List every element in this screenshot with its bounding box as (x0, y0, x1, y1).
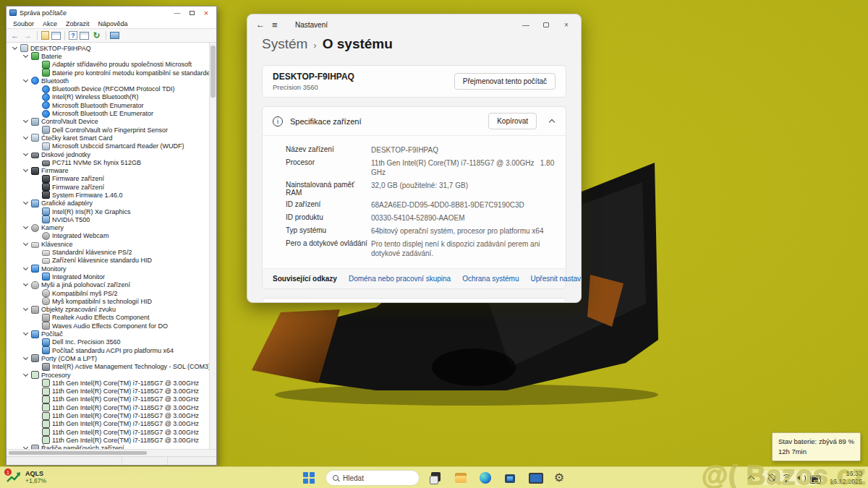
device-spec-header[interactable]: i Specifikace zařízení Kopírovat (263, 107, 566, 135)
tree-row[interactable]: Kamery (7, 224, 209, 232)
tree-row[interactable]: Standardní klávesnice PS/2 (7, 248, 209, 256)
expand-chevron-icon[interactable] (23, 372, 29, 378)
search-box[interactable]: Hledat (326, 470, 420, 486)
maximize-button[interactable] (536, 15, 556, 34)
back-icon[interactable]: ← (9, 30, 20, 41)
windows-spec-header[interactable]: Specifikace Windows Kopírovat (263, 299, 566, 303)
edge-icon[interactable] (477, 470, 493, 486)
list-icon[interactable] (51, 32, 61, 40)
tree-row[interactable]: Počítač (7, 330, 209, 338)
tree-row[interactable]: Waves Audio Effects Component for DO (7, 322, 209, 330)
expand-chevron-icon[interactable] (23, 445, 29, 449)
expand-chevron-icon[interactable] (23, 241, 29, 247)
tree-row[interactable]: Objekty zpracování zvuku (7, 306, 209, 314)
related-link[interactable]: Upřesnit nastavení systému (531, 275, 582, 283)
tree-row[interactable]: Baterie (7, 52, 209, 60)
tree-row[interactable]: PC711 NVMe SK hynix 512GB (7, 158, 209, 166)
expand-chevron-icon[interactable] (23, 225, 29, 231)
menu-item[interactable]: Akce (39, 20, 61, 27)
expand-chevron-icon[interactable] (23, 168, 29, 174)
expand-chevron-icon[interactable] (12, 46, 18, 51)
start-button[interactable] (301, 470, 317, 486)
back-arrow-icon[interactable]: ← (256, 20, 272, 30)
tree-row[interactable]: Intel(R) Iris(R) Xe Graphics (7, 207, 209, 215)
expand-chevron-icon[interactable] (23, 307, 29, 312)
expand-chevron-icon[interactable] (23, 266, 29, 272)
tree-row[interactable]: Bluetooth Device (RFCOMM Protocol TDI) (7, 85, 209, 93)
forward-icon[interactable]: → (22, 30, 33, 41)
task-view-icon[interactable] (428, 470, 444, 486)
tree-row[interactable]: Realtek Audio Effects Component (7, 314, 209, 322)
network-offline-icon[interactable] (766, 472, 778, 484)
tree-row[interactable]: 11th Gen Intel(R) Core(TM) i7-1185G7 @ 3… (7, 436, 209, 444)
menu-item[interactable]: Zobrazit (62, 20, 93, 27)
tree-row[interactable]: Integrated Monitor (7, 273, 209, 281)
monitor-icon[interactable] (110, 32, 119, 39)
volume-icon[interactable] (795, 472, 807, 484)
expand-chevron-icon[interactable] (23, 135, 29, 141)
tree-row[interactable]: Řadiče paměťových zařízení (7, 445, 209, 449)
device-manager-titlebar[interactable]: Správa počítače — × (7, 7, 216, 19)
tree-row[interactable]: 11th Gen Intel(R) Core(TM) i7-1185G7 @ 3… (7, 379, 209, 387)
horizontal-scrollbar-thumb[interactable] (9, 451, 147, 455)
doc-icon[interactable] (41, 31, 49, 40)
menu-item[interactable]: Soubor (9, 20, 38, 27)
tree-row[interactable]: Microsoft Bluetooth Enumerator (7, 101, 209, 109)
tree-row[interactable]: Myš kompatibilní s technologií HID (7, 297, 209, 305)
tree-row[interactable]: Grafické adaptéry (7, 200, 209, 207)
expand-chevron-icon[interactable] (23, 119, 29, 124)
tree-row[interactable]: Monitory (7, 265, 209, 273)
tree-row[interactable]: Procesory (7, 371, 209, 379)
tree-row[interactable]: Firmware zařízení (7, 175, 209, 183)
vertical-scrollbar-thumb[interactable] (210, 46, 216, 98)
hidden-icons-chevron-icon[interactable] (746, 472, 757, 484)
tree-row[interactable]: 11th Gen Intel(R) Core(TM) i7-1185G7 @ 3… (7, 420, 209, 428)
tree-row[interactable]: Microsoft Bluetooth LE Enumerator (7, 109, 209, 117)
tree-row[interactable]: System Firmware 1.46.0 (7, 191, 209, 199)
help-icon[interactable]: ? (69, 31, 77, 40)
file-explorer-icon[interactable] (453, 470, 469, 486)
tree-row[interactable]: 11th Gen Intel(R) Core(TM) i7-1185G7 @ 3… (7, 395, 209, 403)
related-link[interactable]: Doména nebo pracovní skupina (349, 275, 451, 283)
settings-titlebar[interactable]: ← ≡ Nastavení — × (247, 14, 581, 35)
tree-row[interactable]: Počítač standardu ACPI pro platformu x64 (7, 346, 209, 354)
rename-pc-button[interactable]: Přejmenovat tento počítač (454, 73, 556, 90)
menu-item[interactable]: Nápověda (95, 20, 132, 27)
tree-row[interactable]: Intel(R) Wireless Bluetooth(R) (7, 93, 209, 101)
tree-row[interactable]: 11th Gen Intel(R) Core(TM) i7-1185G7 @ 3… (7, 411, 209, 419)
tree-row[interactable]: Adaptér střídavého proudu společnosti Mi… (7, 61, 209, 69)
tree-row[interactable]: Microsoft Usbccid Smartcard Reader (WUDF… (7, 142, 209, 150)
store-icon[interactable] (502, 470, 518, 486)
expand-chevron-icon[interactable] (23, 53, 29, 59)
expand-chevron-icon[interactable] (23, 152, 29, 158)
tray-icons-group[interactable] (762, 471, 825, 485)
expand-chevron-icon[interactable] (23, 282, 29, 288)
tree-row[interactable]: Firmware zařízení (7, 183, 209, 191)
chevron-up-icon[interactable] (548, 118, 556, 125)
tree-row[interactable]: Baterie pro kontrolní metodu kompatibiln… (7, 69, 209, 77)
tree-row[interactable]: Bluetooth (7, 77, 209, 85)
tree-row[interactable]: Dell ControlVault w/o Fingerprint Sensor (7, 126, 209, 134)
minimize-button[interactable]: — (516, 15, 536, 34)
tree-row[interactable]: Kompatibilní myš PS/2 (7, 289, 209, 297)
expand-chevron-icon[interactable] (23, 78, 29, 84)
minimize-button[interactable]: — (170, 7, 184, 18)
tree-row[interactable]: 11th Gen Intel(R) Core(TM) i7-1185G7 @ 3… (7, 403, 209, 411)
vertical-scrollbar[interactable] (209, 43, 216, 449)
breadcrumb-system[interactable]: Systém (262, 36, 307, 52)
tree-row[interactable]: Porty (COM a LPT) (7, 354, 209, 362)
tree-row[interactable]: Diskové jednotky (7, 150, 209, 158)
device-app-icon[interactable] (527, 470, 542, 486)
wifi-icon[interactable] (780, 472, 792, 484)
tree-row[interactable]: 11th Gen Intel(R) Core(TM) i7-1185G7 @ 3… (7, 428, 209, 436)
tree-row[interactable]: Zařízení klávesnice standardu HID (7, 257, 209, 265)
maximize-button[interactable] (184, 7, 199, 18)
tree-row[interactable]: Klávesnice (7, 240, 209, 248)
tree-row[interactable]: Dell Inc. Precision 3560 (7, 338, 209, 346)
tree-row[interactable]: Integrated Webcam (7, 232, 209, 240)
taskbar-clock[interactable]: 16:30 16.12.2025 (830, 470, 862, 487)
expand-chevron-icon[interactable] (23, 200, 29, 206)
settings-icon[interactable] (551, 470, 567, 486)
tree-row[interactable]: Firmware (7, 166, 209, 174)
tree-row[interactable]: Myši a jiná polohovací zařízení (7, 281, 209, 289)
